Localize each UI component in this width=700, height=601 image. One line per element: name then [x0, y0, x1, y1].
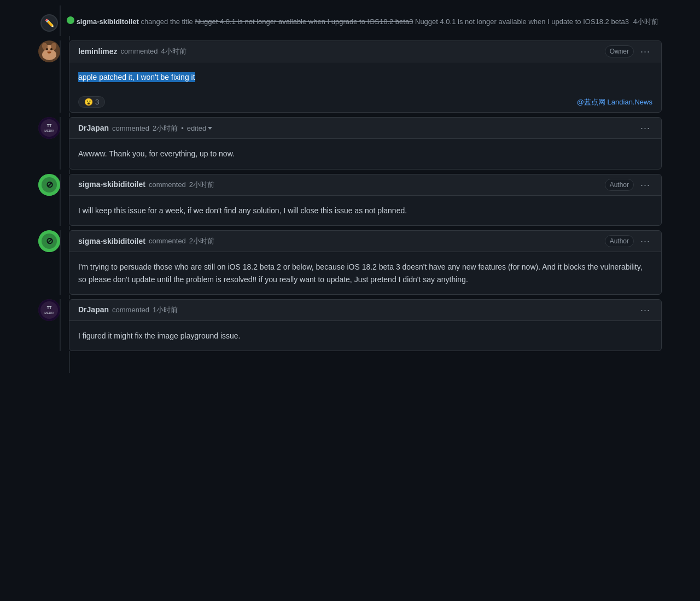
comment-box-sigma-1: sigma-skibiditoilet commented 2小时前 Autho… [69, 174, 662, 226]
owner-badge: Owner [605, 45, 634, 57]
comment-body-sigma-1: I will keep this issue for a week, if we… [69, 196, 661, 225]
username-drjapan-2[interactable]: DrJapan [78, 304, 109, 316]
svg-point-6 [50, 48, 52, 50]
svg-text:MEDIA: MEDIA [44, 311, 54, 314]
pencil-icon: ✏️ [45, 17, 54, 29]
comment-box-leminlimez: leminlimez commented 4小时前 Owner ··· appl… [69, 40, 662, 113]
comment-text-sigma-1: I will keep this issue for a week, if we… [78, 206, 407, 215]
comment-header-sigma-2: sigma-skibiditoilet commented 2小时前 Autho… [69, 231, 661, 252]
title-change-actor[interactable]: sigma-skibiditoilet [77, 17, 139, 26]
more-options-button-leminlimez[interactable]: ··· [638, 45, 652, 57]
avatar-sigma-2: ⊘ [38, 230, 60, 252]
old-title: Nugget 4.0.1 is not longer available whe… [195, 17, 413, 26]
comment-header-left-drjapan: DrJapan commented 2小时前 • edited [78, 122, 212, 134]
comment-body-sigma-2: I'm trying to persuade those who are sti… [69, 252, 661, 294]
edited-button[interactable]: edited [187, 124, 212, 132]
more-options-button-drjapan-2[interactable]: ··· [638, 304, 652, 316]
svg-point-8 [48, 52, 51, 54]
comment-header-sigma-1: sigma-skibiditoilet commented 2小时前 Autho… [69, 174, 661, 196]
username-drjapan[interactable]: DrJapan [78, 122, 109, 134]
comment-action-leminlimez: commented [121, 46, 158, 57]
reaction-button-leminlimez[interactable]: 😮 3 [78, 96, 105, 108]
svg-text:MEDIA: MEDIA [44, 129, 54, 132]
comment-header-right-drjapan-2: ··· [638, 304, 652, 316]
svg-text:⊘: ⊘ [46, 236, 53, 246]
comment-text-drjapan-1: Awwww. Thank you, for everything, up to … [78, 149, 235, 158]
author-badge-1: Author [605, 179, 634, 191]
reaction-count: 3 [95, 98, 99, 106]
comment-header-drjapan-2: DrJapan commented 1小时前 ··· [69, 300, 661, 321]
sigma-avatar-dot [67, 16, 74, 24]
attribution-link[interactable]: @蓝点网 Landian.News [577, 97, 652, 108]
comment-header-right-sigma-2: Author ··· [605, 235, 652, 247]
more-options-button-sigma-2[interactable]: ··· [638, 235, 652, 247]
comment-time-sigma-1: 2小时前 [189, 179, 214, 190]
comment-header-right-leminlimez: Owner ··· [605, 45, 652, 57]
comment-header-left-drjapan-2: DrJapan commented 1小时前 [78, 304, 178, 316]
avatar-sigma-1: ⊘ [38, 174, 60, 196]
reaction-emoji: 😮 [84, 98, 93, 106]
comment-item-drjapan-2: TT MEDIA DrJapan commented 1小时前 ··· I fi… [38, 299, 662, 351]
svg-point-5 [46, 48, 48, 50]
comment-item-sigma-1: ⊘ sigma-skibiditoilet commented 2小时前 Aut… [38, 174, 662, 226]
spacer-3 [69, 170, 662, 174]
comment-header-left-sigma-2: sigma-skibiditoilet commented 2小时前 [78, 236, 214, 247]
new-title-text: Nugget 4.0.1 is not longer available whe… [415, 17, 629, 26]
comment-action-drjapan-2: commented [112, 305, 149, 316]
comment-header-right-drjapan: ··· [638, 122, 652, 134]
comment-item-drjapan-1: TT MEDIA DrJapan commented 2小时前 • edited [38, 117, 662, 169]
comment-item-sigma-2: ⊘ sigma-skibiditoilet commented 2小时前 Aut… [38, 230, 662, 295]
comment-header-drjapan-1: DrJapan commented 2小时前 • edited ··· [69, 118, 661, 139]
comment-time-drjapan-2: 1小时前 [153, 305, 178, 316]
spacer-5 [69, 295, 662, 299]
svg-text:⊘: ⊘ [46, 180, 53, 189]
comment-action-sigma-1: commented [149, 179, 186, 190]
comment-body-leminlimez: apple patched it, I won't be fixing it [69, 62, 661, 92]
avatar-drjapan-2: TT MEDIA [38, 299, 60, 321]
spacer-4 [69, 226, 662, 230]
comment-box-sigma-2: sigma-skibiditoilet commented 2小时前 Autho… [69, 230, 662, 295]
comment-box-drjapan-1: DrJapan commented 2小时前 • edited ··· Awww… [69, 117, 662, 169]
spacer-2 [69, 113, 662, 117]
svg-text:TT: TT [47, 306, 52, 310]
spacer-1 [69, 36, 662, 40]
author-badge-2: Author [605, 235, 634, 247]
highlighted-text: apple patched it, I won't be fixing it [78, 72, 195, 82]
username-sigma-2[interactable]: sigma-skibiditoilet [78, 236, 145, 247]
svg-text:TT: TT [47, 124, 52, 127]
chevron-down-icon [208, 127, 212, 130]
comment-footer-leminlimez: 😮 3 @蓝点网 Landian.News [69, 92, 661, 112]
spacer-6 [69, 351, 662, 373]
svg-point-10 [40, 119, 58, 137]
comment-action-sigma-2: commented [149, 236, 186, 247]
edited-label: edited [187, 124, 206, 132]
comment-header-leminlimez: leminlimez commented 4小时前 Owner ··· [69, 41, 661, 62]
more-options-button-sigma-1[interactable]: ··· [638, 179, 652, 191]
comment-action-drjapan: commented [112, 123, 149, 134]
comment-body-drjapan-2: I figured it might fix the image playgro… [69, 321, 661, 351]
comment-body-drjapan-1: Awwww. Thank you, for everything, up to … [69, 139, 661, 168]
comment-box-drjapan-2: DrJapan commented 1小时前 ··· I figured it … [69, 299, 662, 351]
reactions-leminlimez: 😮 3 [78, 96, 105, 108]
avatar-drjapan: TT MEDIA [38, 117, 60, 139]
comment-time-drjapan: 2小时前 [153, 123, 178, 134]
comment-header-right-sigma-1: Author ··· [605, 179, 652, 191]
more-options-button-drjapan-1[interactable]: ··· [638, 122, 652, 134]
comment-header-left: leminlimez commented 4小时前 [78, 46, 186, 57]
comment-text-sigma-2: I'm trying to persuade those who are sti… [78, 262, 643, 283]
avatar-leminlimez [38, 40, 60, 62]
separator: • [181, 123, 184, 134]
comment-text-drjapan-2: I figured it might fix the image playgro… [78, 331, 241, 340]
title-change-text: sigma-skibiditoilet changed the title Nu… [67, 14, 658, 27]
edit-icon-circle: ✏️ [40, 14, 58, 32]
comment-time-leminlimez: 4小时前 [161, 46, 186, 57]
username-leminlimez[interactable]: leminlimez [78, 46, 118, 57]
svg-point-20 [40, 301, 58, 319]
title-change-action-text: changed the title [141, 17, 192, 26]
title-change-time: 4小时前 [633, 17, 658, 26]
comment-time-sigma-2: 2小时前 [189, 236, 214, 247]
title-change-event: ✏️ sigma-skibiditoilet changed the title… [38, 5, 662, 36]
comment-item-leminlimez: leminlimez commented 4小时前 Owner ··· appl… [38, 40, 662, 113]
comment-header-left-sigma-1: sigma-skibiditoilet commented 2小时前 [78, 179, 214, 190]
username-sigma-1[interactable]: sigma-skibiditoilet [78, 179, 145, 190]
